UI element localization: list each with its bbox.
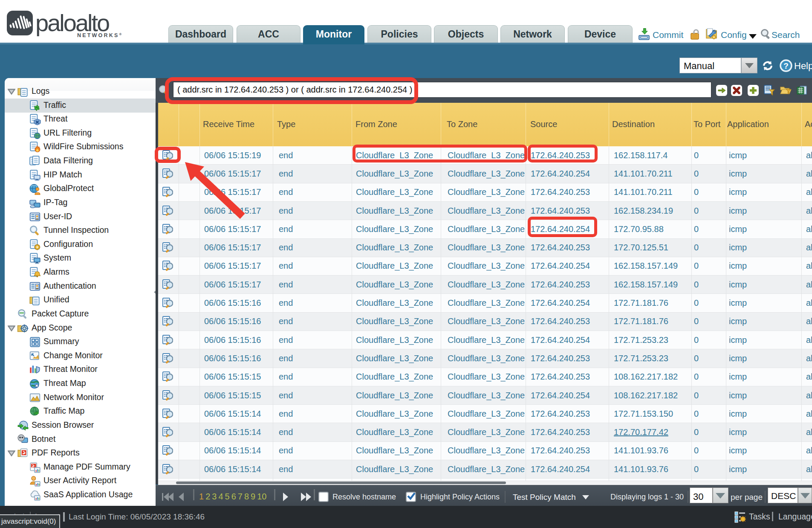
svg-text:?: ? xyxy=(783,61,789,70)
